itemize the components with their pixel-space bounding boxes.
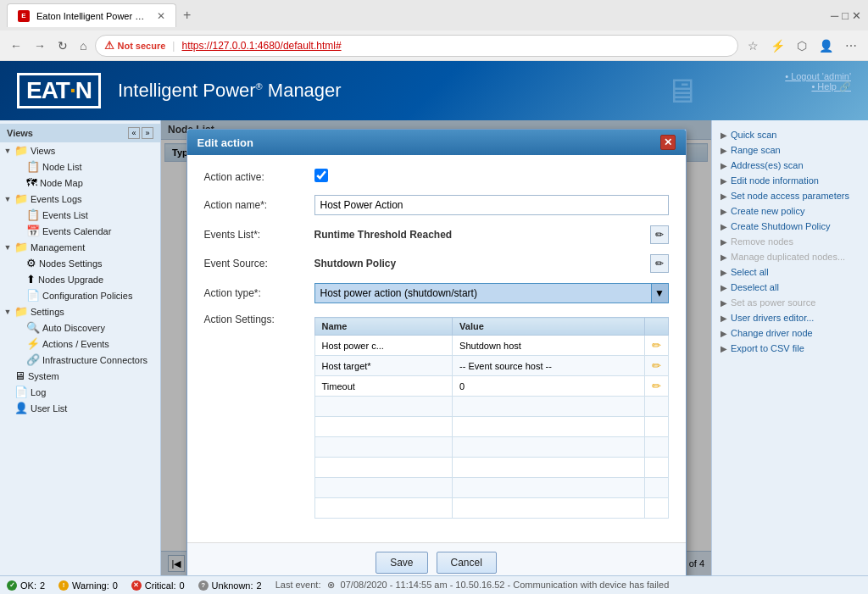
action-type-dropdown-arrow[interactable]: ▼ bbox=[652, 283, 669, 303]
critical-value: 0 bbox=[179, 580, 184, 591]
sidebar-item-events-logs[interactable]: ▼ 📁 Events Logs bbox=[0, 191, 160, 207]
edit-icon-1[interactable]: ✏ bbox=[652, 339, 661, 352]
table-row-empty bbox=[314, 437, 668, 458]
maximize-button[interactable]: □ bbox=[842, 9, 849, 22]
edit-icon-3[interactable]: ✏ bbox=[652, 380, 661, 392]
views-icon: 📁 bbox=[14, 144, 28, 157]
sidebar-item-management[interactable]: ▼ 📁 Management bbox=[0, 239, 160, 255]
forward-button[interactable]: → bbox=[31, 37, 49, 54]
right-panel-item-select-all[interactable]: ▶ Select all bbox=[712, 264, 868, 280]
label-range-scan: Range scan bbox=[731, 145, 781, 155]
edit-icon-2[interactable]: ✏ bbox=[652, 359, 661, 372]
event-source-label: Event Source: bbox=[204, 258, 314, 269]
table-row-empty bbox=[314, 498, 668, 519]
label-set-access: Set node access parameters bbox=[731, 191, 849, 201]
right-panel-item-manage-duplicates: ▶ Manage duplicated nodes... bbox=[712, 249, 868, 264]
sidebar-item-infra-connectors[interactable]: 🔗 Infrastructure Connectors bbox=[0, 352, 160, 368]
action-name-input[interactable] bbox=[314, 195, 669, 215]
user-avatar-button[interactable]: 👤 bbox=[815, 37, 837, 54]
sidebar-label-auto-discovery: Auto Discovery bbox=[42, 323, 105, 333]
action-active-checkbox[interactable] bbox=[314, 169, 328, 182]
right-panel-item-export-csv[interactable]: ▶ Export to CSV file bbox=[712, 341, 868, 356]
sidebar-label-nodes-upgrade: Nodes Upgrade bbox=[38, 275, 103, 285]
close-window-button[interactable]: ✕ bbox=[852, 9, 861, 22]
label-quick-scan: Quick scan bbox=[731, 130, 776, 140]
back-button[interactable]: ← bbox=[7, 37, 25, 54]
sidebar-item-auto-discovery[interactable]: 🔍 Auto Discovery bbox=[0, 319, 160, 336]
right-panel-item-edit-node[interactable]: ▶ Edit node information bbox=[712, 173, 868, 188]
action-active-row: Action active: bbox=[204, 169, 669, 185]
label-change-driver: Change driver node bbox=[731, 328, 813, 338]
extensions-button[interactable]: ⬡ bbox=[793, 37, 811, 54]
arrow-deselect-all: ▶ bbox=[721, 283, 727, 292]
event-source-edit-button[interactable]: ✏ bbox=[650, 254, 669, 273]
profile-button[interactable]: ⚡ bbox=[766, 37, 789, 54]
table-row-empty bbox=[314, 458, 668, 478]
toggle-views: ▼ bbox=[3, 147, 12, 155]
sidebar-item-log[interactable]: 📄 Log bbox=[0, 384, 160, 400]
sidebar-item-system[interactable]: 🖥 System bbox=[0, 368, 160, 384]
status-warning: ! Warning: 0 bbox=[58, 580, 118, 591]
sidebar-item-settings[interactable]: ▼ 📁 Settings bbox=[0, 303, 160, 319]
label-set-power-source: Set as power source bbox=[731, 297, 815, 308]
app-logo: EAT·N bbox=[17, 73, 101, 108]
sidebar-item-nodes-upgrade[interactable]: ⬆ Nodes Upgrade bbox=[0, 271, 160, 287]
sidebar-item-events-calendar[interactable]: 📅 Events Calendar bbox=[0, 223, 160, 239]
right-panel-item-deselect-all[interactable]: ▶ Deselect all bbox=[712, 280, 868, 295]
sidebar-item-views[interactable]: ▼ 📁 Views bbox=[0, 142, 160, 158]
row-edit-2[interactable]: ✏ bbox=[644, 356, 668, 376]
address-bar[interactable]: ⚠ Not secure | https://127.0.0.1:4680/de… bbox=[95, 35, 738, 57]
sidebar-item-config-policies[interactable]: 📄 Configuration Policies bbox=[0, 287, 160, 303]
home-button[interactable]: ⌂ bbox=[76, 37, 90, 54]
address-divider: | bbox=[172, 40, 175, 52]
cancel-button[interactable]: Cancel bbox=[437, 552, 497, 574]
arrow-edit-node: ▶ bbox=[721, 176, 727, 186]
modal-close-button[interactable]: ✕ bbox=[660, 135, 676, 150]
right-panel-item-range-scan[interactable]: ▶ Range scan bbox=[712, 142, 868, 158]
expand-all-button[interactable]: » bbox=[142, 127, 153, 139]
menu-button[interactable]: ⋯ bbox=[841, 37, 861, 54]
collapse-all-button[interactable]: « bbox=[128, 127, 140, 139]
right-panel-item-create-shutdown[interactable]: ▶ Create Shutdown Policy bbox=[712, 219, 868, 234]
right-panel-item-set-access[interactable]: ▶ Set node access parameters bbox=[712, 188, 868, 203]
right-panel-item-address-scan[interactable]: ▶ Address(es) scan bbox=[712, 158, 868, 173]
row-edit-1[interactable]: ✏ bbox=[644, 336, 668, 356]
logo-text: EAT·N bbox=[17, 73, 101, 108]
tab-close-button[interactable]: ✕ bbox=[157, 10, 165, 22]
minimize-button[interactable]: ─ bbox=[831, 9, 838, 22]
sidebar-item-node-map[interactable]: 🗺 Node Map bbox=[0, 175, 160, 191]
bookmark-button[interactable]: ☆ bbox=[743, 37, 763, 54]
label-export-csv: Export to CSV file bbox=[731, 343, 804, 353]
table-row-empty bbox=[314, 478, 668, 498]
help-link[interactable]: • Help 🔗 bbox=[785, 81, 851, 92]
right-panel-item-quick-scan[interactable]: ▶ Quick scan bbox=[712, 127, 868, 142]
sidebar-header: Views « » bbox=[0, 124, 160, 142]
active-tab[interactable]: E Eaton Intelligent Power Manager ✕ bbox=[7, 3, 176, 27]
warning-label: Warning: bbox=[72, 580, 109, 591]
modal-title: Edit action bbox=[198, 136, 253, 149]
action-type-select[interactable]: Host power action (shutdown/start) bbox=[314, 283, 652, 303]
sidebar-item-node-list[interactable]: 📋 Node List bbox=[0, 158, 160, 175]
right-panel-item-change-driver[interactable]: ▶ Change driver node bbox=[712, 325, 868, 341]
new-tab-button[interactable]: + bbox=[180, 8, 194, 23]
nodes-settings-icon: ⚙ bbox=[26, 257, 36, 269]
unknown-label: Unknown: bbox=[212, 580, 253, 591]
sidebar-item-actions-events[interactable]: ⚡ Actions / Events bbox=[0, 336, 160, 352]
nav-bar: ← → ↻ ⌂ ⚠ Not secure | https://127.0.0.1… bbox=[0, 31, 868, 61]
sidebar-label-actions-events: Actions / Events bbox=[42, 339, 109, 349]
save-button[interactable]: Save bbox=[376, 552, 427, 574]
events-list-edit-button[interactable]: ✏ bbox=[650, 225, 669, 244]
unknown-value: 2 bbox=[257, 580, 262, 591]
right-panel-item-user-drivers[interactable]: ▶ User drivers editor... bbox=[712, 310, 868, 325]
reload-button[interactable]: ↻ bbox=[54, 37, 71, 54]
sidebar-item-nodes-settings[interactable]: ⚙ Nodes Settings bbox=[0, 255, 160, 271]
sidebar-item-events-list[interactable]: 📋 Events List bbox=[0, 207, 160, 223]
col-name-header: Name bbox=[314, 318, 453, 336]
right-panel-item-create-policy[interactable]: ▶ Create new policy bbox=[712, 203, 868, 219]
logout-link[interactable]: • Logout 'admin' bbox=[785, 71, 851, 81]
sidebar-item-user-list[interactable]: 👤 User List bbox=[0, 400, 160, 416]
row-edit-3[interactable]: ✏ bbox=[644, 376, 668, 397]
sidebar-label-node-map: Node Map bbox=[40, 178, 83, 188]
arrow-remove-nodes: ▶ bbox=[721, 237, 727, 247]
header-decoration: 🖥 bbox=[631, 61, 732, 120]
